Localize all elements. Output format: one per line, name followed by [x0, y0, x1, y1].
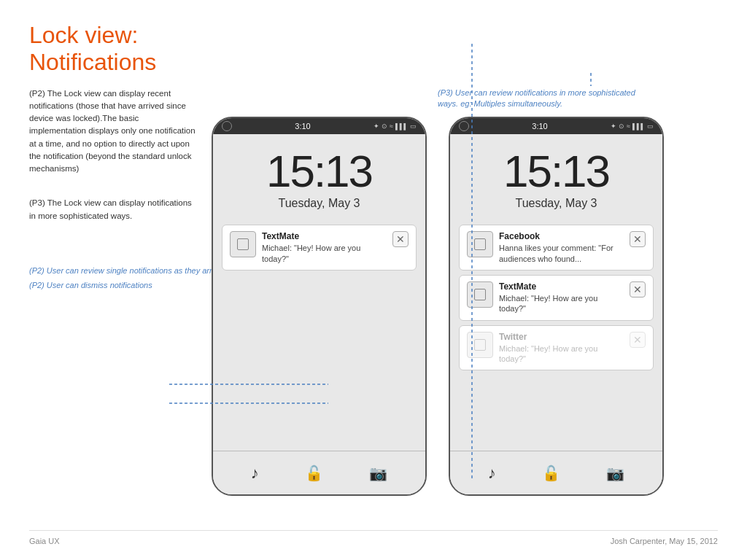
phone2-date: Tuesday, May 3 — [459, 197, 654, 210]
annot-p2-single-label: (P2) User can review single notification… — [29, 266, 222, 275]
annotations-left: (P2) User can review single notification… — [29, 266, 197, 289]
phone1-notifications: TextMate Michael: "Hey! How are you toda… — [222, 225, 417, 451]
desc-p3: (P3) The Lock view can display notificat… — [29, 197, 197, 222]
annot-p2-single-row: (P2) User can review single notification… — [29, 266, 197, 275]
phone1-lock-icon: 🔓 — [305, 464, 323, 482]
notification-close-textmate[interactable]: ✕ — [630, 281, 646, 298]
notification-msg-textmate: Michael: "Hey! How are you today?" — [499, 293, 624, 314]
left-panel: (P2) The Lock view can display recent no… — [29, 88, 197, 524]
footer-right: Josh Carpenter, May 15, 2012 — [611, 537, 718, 545]
notification-close-facebook[interactable]: ✕ — [630, 231, 646, 247]
phones-row: 3:10 ✦ ⊙ ≈ ▌▌▌ ▭ 15:13 Tuesday, May 3 — [212, 117, 718, 524]
notification-msg-twitter: Michael: "Hey! How are you today?" — [499, 343, 624, 365]
phone1-music-icon: ♪ — [251, 464, 259, 483]
footer-left: Gaia UX — [29, 537, 60, 545]
phone2-clock: 15:13 — [459, 149, 654, 194]
phone2-lock-icon: 🔓 — [542, 464, 560, 482]
notification-icon-1 — [230, 231, 256, 257]
page: Lock view: Notifications (P2) The Lock v… — [0, 0, 747, 560]
phone1-clock: 15:13 — [222, 149, 417, 194]
annot-p2-dismiss-row: (P2) User can dismiss notifications — [29, 281, 197, 289]
phone2-body: 15:13 Tuesday, May 3 Facebook Hanna like… — [450, 134, 662, 451]
notification-icon-twitter — [467, 332, 493, 358]
phone2-music-icon: ♪ — [488, 464, 496, 483]
notification-icon-textmate — [467, 281, 493, 308]
notification-card-textmate: TextMate Michael: "Hey! How are you toda… — [459, 275, 654, 321]
annot-p2-dismiss-label: (P2) User can dismiss notifications — [29, 281, 152, 289]
phone1-status-icons: ✦ ⊙ ≈ ▌▌▌ ▭ — [374, 122, 417, 130]
phone1-date: Tuesday, May 3 — [222, 197, 417, 210]
p3-annotation-top: (P3) User can review notifications in mo… — [438, 88, 642, 110]
phone2-bottom-bar: ♪ 🔓 📷 — [450, 451, 662, 494]
title-line1: Lock view: — [29, 22, 138, 48]
phone2-status-bar: 3:10 ✦ ⊙ ≈ ▌▌▌ ▭ — [450, 118, 662, 134]
phone1-status-circle — [222, 121, 232, 131]
notification-text-textmate: TextMate Michael: "Hey! How are you toda… — [499, 281, 624, 314]
phone1: 3:10 ✦ ⊙ ≈ ▌▌▌ ▭ 15:13 Tuesday, May 3 — [212, 117, 427, 496]
notification-card-1: TextMate Michael: "Hey! How are you toda… — [222, 225, 417, 271]
notification-close-1[interactable]: ✕ — [392, 231, 409, 247]
phone1-bottom-bar: ♪ 🔓 📷 — [213, 451, 425, 494]
phone1-status-bar: 3:10 ✦ ⊙ ≈ ▌▌▌ ▭ — [213, 118, 425, 134]
phone1-body: 15:13 Tuesday, May 3 TextMate Michael: "… — [213, 134, 425, 451]
notification-app-twitter: Twitter — [499, 332, 624, 342]
page-title: Lock view: Notifications — [29, 22, 718, 76]
phone2-camera-icon: 📷 — [606, 464, 624, 482]
notification-text-1: TextMate Michael: "Hey! How are you toda… — [262, 231, 387, 264]
notification-app-1: TextMate — [262, 231, 387, 241]
title-line2: Notifications — [29, 49, 156, 75]
footer: Gaia UX Josh Carpenter, May 15, 2012 — [29, 530, 718, 545]
main-content: (P2) The Lock view can display recent no… — [29, 88, 718, 524]
phone2: 3:10 ✦ ⊙ ≈ ▌▌▌ ▭ 15:13 Tuesday, May 3 — [449, 117, 664, 496]
phone2-time-status: 3:10 — [532, 122, 547, 131]
notification-text-twitter: Twitter Michael: "Hey! How are you today… — [499, 332, 624, 365]
notification-app-facebook: Facebook — [499, 231, 624, 241]
notification-card-twitter: Twitter Michael: "Hey! How are you today… — [459, 325, 654, 371]
phones-area: (P3) User can review notifications in mo… — [212, 88, 718, 524]
notification-app-textmate: TextMate — [499, 281, 624, 292]
phone2-status-circle — [459, 121, 469, 131]
phone1-time-status: 3:10 — [295, 122, 310, 131]
notification-close-twitter[interactable]: ✕ — [630, 332, 646, 348]
desc-p2: (P2) The Lock view can display recent no… — [29, 88, 197, 176]
phone2-notifications: Facebook Hanna likes your comment: "For … — [459, 225, 654, 451]
phone1-camera-icon: 📷 — [369, 464, 387, 482]
notification-msg-facebook: Hanna likes your comment: "For audiences… — [499, 243, 624, 264]
notification-card-facebook: Facebook Hanna likes your comment: "For … — [459, 225, 654, 271]
notification-text-facebook: Facebook Hanna likes your comment: "For … — [499, 231, 624, 264]
notification-icon-facebook — [467, 231, 493, 257]
phone2-status-icons: ✦ ⊙ ≈ ▌▌▌ ▭ — [611, 122, 654, 130]
notification-msg-1: Michael: "Hey! How are you today?" — [262, 243, 387, 264]
